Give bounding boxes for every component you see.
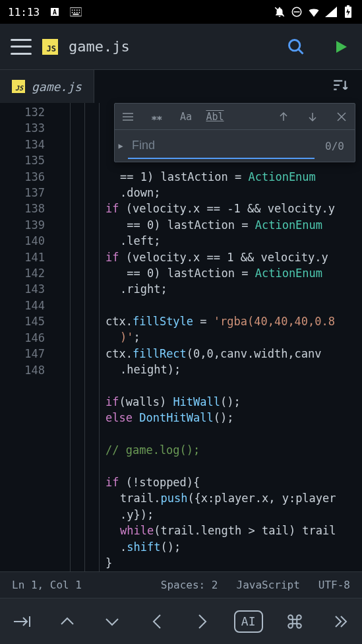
svg-rect-16 (347, 5, 349, 7)
line-gutter: 132 133134 135 136 137138 139140 1411421… (0, 103, 51, 571)
dnd-icon (291, 6, 303, 18)
editor-status-bar: Ln 1, Col 1 Spaces: 2 JavaScript UTF-8 (0, 571, 362, 598)
tab-gamejs[interactable]: JS game.js (0, 70, 94, 103)
svg-text:A: A (53, 9, 57, 16)
whole-word-icon[interactable]: Abl (208, 110, 222, 123)
move-up-icon[interactable] (54, 608, 80, 635)
prev-match-icon[interactable] (277, 110, 290, 123)
case-sensitive-icon[interactable]: Aa (179, 110, 193, 123)
keyboard-icon (70, 6, 82, 18)
code-content[interactable]: == 1) lastAction = ActionEnum .down; if … (51, 103, 362, 571)
menu-button[interactable] (11, 39, 32, 55)
close-find-icon[interactable] (335, 110, 348, 123)
command-icon[interactable] (282, 608, 308, 635)
wifi-icon (308, 6, 320, 18)
find-panel: ⁎⁎ Aa Abl ▶ 0/0 (114, 103, 355, 162)
svg-point-17 (289, 40, 300, 50)
ai-button[interactable]: AI (234, 610, 263, 633)
more-icon[interactable] (326, 608, 353, 635)
notifications-off-icon (274, 6, 286, 18)
expand-replace-icon[interactable]: ▶ (115, 141, 127, 150)
indent-info[interactable]: Spaces: 2 (161, 579, 218, 591)
js-file-icon: JS (12, 80, 25, 93)
svg-point-4 (74, 9, 75, 11)
move-down-icon[interactable] (99, 608, 125, 635)
clock: 11:13 (8, 6, 40, 18)
find-input[interactable] (128, 133, 315, 159)
encoding[interactable]: UTF-8 (318, 579, 350, 591)
language-mode[interactable]: JavaScript (237, 579, 300, 591)
nav-back-icon[interactable] (144, 608, 170, 635)
next-match-icon[interactable] (306, 110, 319, 123)
svg-point-6 (79, 9, 80, 11)
svg-point-7 (72, 12, 73, 13)
search-button[interactable] (286, 36, 307, 57)
svg-rect-11 (73, 14, 79, 15)
header-filename: game.js (69, 38, 262, 55)
bottom-toolbar: AI (0, 598, 362, 644)
signal-icon (325, 6, 337, 18)
no-wrap-icon[interactable] (121, 110, 135, 123)
svg-point-9 (76, 12, 78, 13)
svg-point-8 (74, 12, 75, 13)
svg-point-5 (76, 9, 78, 11)
tab-bar: JS game.js (0, 70, 362, 103)
run-button[interactable] (330, 36, 351, 57)
svg-point-10 (79, 12, 80, 13)
app-indicator-icon: A (49, 6, 61, 18)
app-header: JS game.js (0, 24, 362, 70)
js-file-icon: JS (42, 39, 58, 55)
code-editor[interactable]: 132 133134 135 136 137138 139140 1411421… (0, 103, 362, 571)
tab-label: game.js (32, 80, 82, 94)
svg-point-3 (72, 9, 73, 11)
sort-button[interactable] (318, 77, 362, 96)
nav-forward-icon[interactable] (189, 608, 216, 635)
battery-icon (342, 6, 354, 18)
android-status-bar: 11:13 A (0, 0, 362, 24)
cursor-position[interactable]: Ln 1, Col 1 (12, 579, 82, 591)
svg-line-18 (299, 49, 303, 53)
tab-key-icon[interactable] (9, 608, 36, 635)
regex-icon[interactable]: ⁎⁎ (150, 110, 164, 123)
find-result-count: 0/0 (315, 140, 355, 152)
